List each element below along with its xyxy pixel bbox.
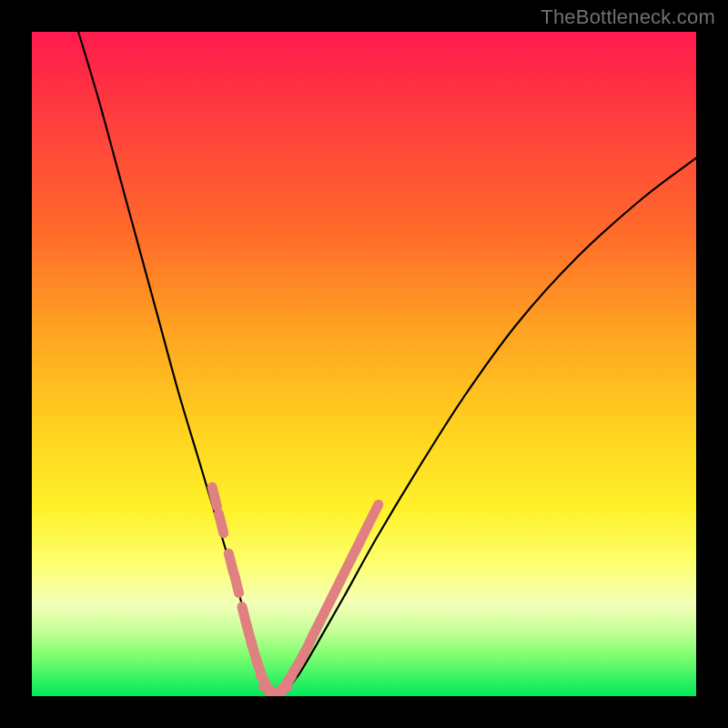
marker-segment [349,544,359,562]
curve-path [78,32,696,693]
marker-cluster [212,487,379,696]
marker-segment [218,514,223,533]
marker-segment [309,624,318,642]
chart-frame: TheBottleneck.com [0,0,728,728]
marker-segment [319,604,329,622]
watermark-text: TheBottleneck.com [541,5,715,29]
marker-segment [339,564,349,582]
marker-segment [359,524,369,542]
marker-segment [234,573,238,592]
marker-segment [369,504,379,522]
curve-layer [32,32,696,696]
marker-segment [212,487,217,506]
plot-area [32,32,696,696]
marker-segment [329,584,339,602]
bottleneck-curve [78,32,696,693]
